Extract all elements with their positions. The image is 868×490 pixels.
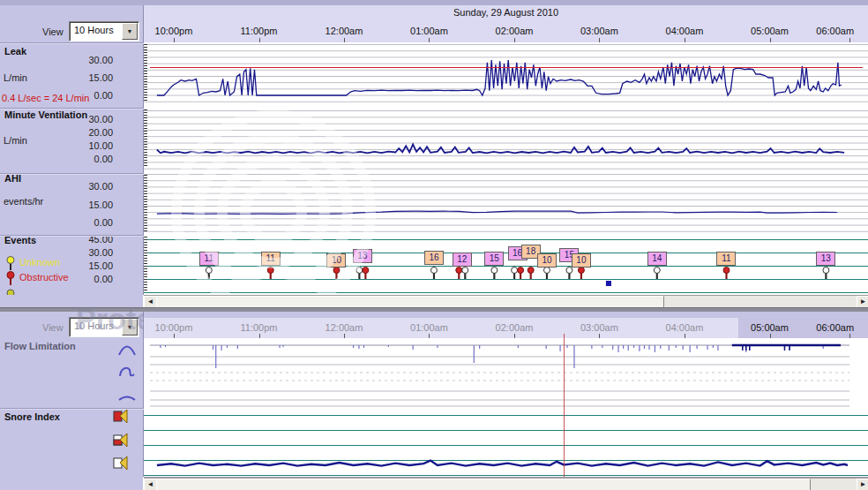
leak-ytick-label: 0.00 [94,90,113,101]
time-cursor[interactable] [564,334,565,477]
events-chart[interactable]: 111110131612151618101510141113 [144,235,868,294]
event-flag[interactable]: 14 [647,252,667,266]
section-title-mv: Minute Ventilation [4,109,87,120]
sidebar-filler [0,477,143,490]
event-flag[interactable]: 11 [199,252,219,266]
ahi-ytick-label: 30.00 [88,181,113,192]
view-duration-dropdown-bottom[interactable]: 10 Hours ▼ [69,317,139,337]
event-flag[interactable]: 13 [353,249,372,263]
event-flag[interactable]: 11 [261,252,281,266]
section-title-leak: Leak [4,46,26,57]
clipped-pin-icon [5,288,16,295]
section-unit-ahi: events/hr [4,196,43,207]
mv-ytick-label: 20.00 [88,127,113,138]
red-pin-icon [5,271,16,286]
snore-index-chart[interactable] [144,408,868,477]
event-flag[interactable]: 12 [453,253,472,267]
flow-limitation-chart[interactable] [144,338,868,408]
legend-unknown-label: Unknown [19,257,60,268]
chevron-down-icon[interactable]: ▼ [122,23,138,40]
time-label: 06:00am [816,322,854,333]
section-divider [0,235,144,237]
time-label: 12:00am [326,26,363,36]
minute-ventilation-chart[interactable] [144,108,868,173]
leak-threshold-note: 0.4 L/sec = 24 L/min [2,93,89,103]
event-flag[interactable]: 16 [424,251,444,265]
event-flags-layer: 111110131612151618101510141113 [144,235,868,294]
ahi-ytick-label: 0.00 [94,217,113,228]
time-label: 12:00am [326,322,363,333]
bottom-scrollbar-thumb[interactable] [156,479,811,490]
leak-line [157,60,842,95]
mv-ytick-label: 0.00 [94,154,113,164]
event-flag[interactable]: 13 [816,252,835,266]
event-flag[interactable]: 10 [572,253,591,268]
events-ytick-label: 30.00 [88,247,113,258]
flow-shape-flat-icon [117,393,137,402]
section-title-flow: Flow Limitation [4,341,76,351]
time-label: 05:00am [751,322,789,333]
time-label: 06:00am [816,26,854,36]
ahi-trace [144,173,868,235]
event-flag[interactable]: 15 [484,252,504,266]
events-axis-comb [144,237,147,291]
time-axis-bottom: 10:00pm11:00pm12:00am01:00am02:00am03:00… [144,318,868,338]
minute_ventilation-line [157,145,844,154]
snore_index-line [157,461,848,466]
time-label: 02:00am [496,322,534,333]
section-unit-leak: L/min [4,72,27,83]
section-unit-mv: L/min [4,135,27,146]
events-ytick-label: 0.00 [94,274,113,284]
section-divider [0,408,144,410]
time-label: 05:00am [751,26,789,36]
mv-ytick-label: 10.00 [88,140,113,151]
ahi-chart[interactable] [144,173,868,235]
flow-ticks-layer [144,338,868,408]
section-title-snore: Snore Index [4,411,60,422]
flow-shape-flattened-icon [117,365,137,377]
time-label: 04:00am [666,26,704,36]
view-label-bottom: View [42,322,64,333]
bottom-strip [144,312,868,318]
ahi-axis-comb [144,175,147,231]
view-duration-value: 10 Hours [74,25,114,35]
mv-axis-comb [144,109,147,168]
time-label: 01:00am [410,26,448,36]
sidebar-filler [0,295,143,307]
event-flag[interactable]: 10 [326,253,346,268]
time-label: 11:00pm [241,322,278,333]
scroll-right-button[interactable]: ► [857,479,868,490]
bottom-scrollbar[interactable]: ◄ ► [144,478,868,490]
leak-limit-line [150,67,863,68]
time-label: 04:00am [666,322,704,333]
bottom-sidebar: View 10 Hours ▼ Flow Limitation Snore In… [0,312,144,477]
scroll-left-button[interactable]: ◄ [144,479,157,490]
top-scrollbar[interactable]: ◄ ► [144,295,868,308]
mv-trace [144,108,868,173]
time-label: 11:00pm [241,26,278,36]
leak-chart[interactable] [144,42,868,108]
date-title: Sunday, 29 August 2010 [453,7,558,18]
time-label: 10:00pm [155,26,193,36]
event-flag[interactable]: 10 [537,253,557,268]
chevron-down-icon[interactable]: ▼ [122,319,138,335]
date-header: Sunday, 29 August 2010 [144,5,868,22]
section-divider [0,173,144,175]
flow-shape-round-icon [117,343,137,356]
snore-medium-icon [113,433,131,448]
time-label: 01:00am [410,322,448,333]
snore-trace [144,408,868,477]
leak-axis-comb [144,44,147,102]
section-divider [0,108,144,109]
mv-ytick-label: 30.00 [88,114,113,124]
leak-ytick-label: 15.00 [88,72,113,83]
section-divider [0,42,144,44]
snore-loud-icon [113,409,131,424]
event-flag[interactable]: 11 [716,252,736,266]
time-label: 10:00pm [155,322,193,333]
view-duration-value-bottom: 10 Hours [74,320,114,331]
resscan-window: View 10 Hours ▼ Leak L/min 0.4 L/sec = 2… [0,0,868,490]
yellow-pin-icon [5,256,16,271]
view-duration-dropdown[interactable]: 10 Hours ▼ [69,21,139,41]
time-label: 03:00am [580,26,618,36]
